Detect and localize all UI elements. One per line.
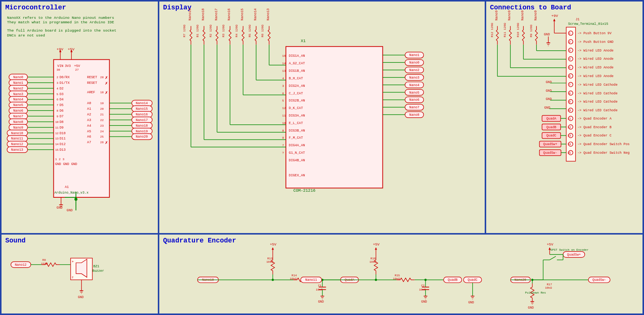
- svg-text:11: 11: [55, 126, 59, 129]
- quadrature-panel: Quadrature Encoder +5V R13 10kΩ Nano10 R…: [159, 234, 643, 314]
- svg-text:Nano4: Nano4: [409, 83, 419, 87]
- svg-text:AREF: AREF: [87, 91, 95, 94]
- svg-text:RESET: RESET: [87, 81, 97, 85]
- svg-text:-> Wired LED Anode: -> Wired LED Anode: [577, 57, 614, 61]
- svg-text:GND: GND: [528, 306, 534, 310]
- svg-marker-381: [375, 247, 377, 250]
- svg-text:Nano17: Nano17: [215, 8, 218, 20]
- svg-text:Nano16: Nano16: [227, 8, 231, 20]
- svg-text:Screw_Terminal_01x15: Screw_Terminal_01x15: [568, 22, 608, 26]
- svg-text:J1: J1: [576, 18, 580, 21]
- svg-text:A3: A3: [87, 118, 91, 122]
- svg-text:1: 1: [55, 158, 57, 161]
- svg-text:12: 12: [567, 126, 571, 129]
- svg-text:10kΩ: 10kΩ: [393, 277, 400, 280]
- svg-text:Nano8: Nano8: [13, 120, 23, 124]
- svg-text:2: 2: [57, 76, 59, 79]
- svg-text:Nano20: Nano20: [514, 278, 526, 282]
- svg-text:GND: GND: [546, 89, 552, 93]
- svg-text:30: 30: [57, 68, 60, 71]
- svg-text:23: 23: [100, 124, 104, 127]
- svg-text:Nano1: Nano1: [409, 54, 419, 58]
- svg-marker-240: [553, 19, 555, 21]
- svg-text:X1: X1: [301, 39, 306, 43]
- sound-panel: Sound Nano12 R8 150Ω 1 + 2: [1, 234, 159, 314]
- svg-text:D4: D4: [60, 98, 64, 101]
- svg-text:Nano5: Nano5: [409, 91, 419, 95]
- svg-text:A5: A5: [87, 130, 91, 133]
- svg-text:Nano19: Nano19: [136, 130, 148, 133]
- svg-text:Nano0: Nano0: [13, 76, 23, 79]
- svg-text:D9: D9: [60, 126, 64, 130]
- svg-text:4: 4: [57, 87, 59, 90]
- svg-text:D3: D3: [60, 92, 64, 96]
- svg-text:4: 4: [282, 77, 284, 80]
- svg-text:DIG2B_AN: DIG2B_AN: [289, 99, 305, 103]
- svg-text:G1_N_CAT: G1_N_CAT: [289, 151, 305, 155]
- svg-text:✗: ✗: [105, 76, 108, 80]
- svg-text:QuadA: QuadA: [345, 278, 355, 282]
- svg-text:RESET: RESET: [87, 76, 97, 79]
- svg-text:DIG2A_AN: DIG2A_AN: [289, 84, 305, 88]
- svg-text:Nano7: Nano7: [13, 115, 23, 118]
- svg-text:QuadB: QuadB: [546, 126, 556, 129]
- svg-text:A4: A4: [87, 124, 91, 128]
- svg-text:B1 120Ω: B1 120Ω: [196, 25, 199, 37]
- svg-text:3: 3: [282, 84, 284, 88]
- svg-text:D1/TX: D1/TX: [60, 81, 70, 85]
- svg-text:R6 120Ω: R6 120Ω: [261, 25, 264, 37]
- svg-text:Nano13: Nano13: [266, 8, 270, 20]
- svg-text:Nano16: Nano16: [136, 113, 148, 117]
- svg-text:Nano19: Nano19: [188, 8, 192, 20]
- svg-text:BZ1: BZ1: [94, 265, 100, 268]
- svg-text:12: 12: [282, 106, 286, 110]
- svg-text:Nano11: Nano11: [11, 137, 23, 141]
- svg-text:A_G2_CAT: A_G2_CAT: [289, 62, 305, 65]
- svg-text:D6: D6: [60, 109, 64, 113]
- svg-text:R7 120Ω: R7 120Ω: [183, 25, 186, 37]
- svg-text:Nano1: Nano1: [13, 81, 23, 85]
- svg-text:Nano6: Nano6: [13, 109, 23, 113]
- svg-text:A6: A6: [87, 135, 91, 139]
- svg-text:9: 9: [57, 115, 59, 118]
- svg-text:R8: R8: [42, 259, 46, 262]
- svg-text:24: 24: [100, 130, 104, 133]
- svg-text:-> Quad Encoder C: -> Quad Encoder C: [577, 134, 612, 138]
- svg-text:D8: D8: [60, 120, 64, 124]
- svg-text:+5V: +5V: [547, 242, 553, 247]
- svg-text:6: 6: [569, 74, 571, 78]
- svg-text:R3 120Ω: R3 120Ω: [222, 25, 225, 37]
- svg-text:Nano20: Nano20: [136, 135, 148, 139]
- svg-text:QuadSw-: QuadSw-: [543, 151, 557, 155]
- svg-text:7: 7: [282, 144, 284, 147]
- svg-text:13: 13: [55, 137, 59, 140]
- svg-text:R11 120Ω: R11 120Ω: [503, 23, 506, 37]
- svg-line-424: [550, 256, 556, 260]
- svg-text:Nano18: Nano18: [136, 124, 148, 128]
- svg-text:QuadB: QuadB: [448, 278, 458, 282]
- svg-text:GND: GND: [318, 300, 324, 304]
- svg-text:-> Quad Encoder A: -> Quad Encoder A: [577, 117, 612, 121]
- svg-text:DIG1A_AN: DIG1A_AN: [289, 54, 305, 58]
- svg-text:16: 16: [282, 54, 286, 58]
- svg-text:5: 5: [282, 99, 284, 102]
- svg-text:15: 15: [567, 151, 571, 154]
- svg-text:4: 4: [569, 57, 571, 61]
- svg-text:10kΩ: 10kΩ: [545, 286, 552, 289]
- svg-text:Nano9: Nano9: [534, 11, 538, 21]
- svg-text:19: 19: [100, 101, 104, 105]
- svg-text:3: 3: [57, 81, 59, 85]
- svg-text:Nano9: Nano9: [521, 11, 525, 21]
- svg-text:+: +: [72, 260, 74, 264]
- svg-text:DIG1B_AN: DIG1B_AN: [289, 69, 305, 73]
- svg-text:SPST Switch on Encoder: SPST Switch on Encoder: [550, 248, 589, 251]
- svg-text:DIGEX_AN: DIGEX_AN: [289, 174, 305, 177]
- svg-text:Pulldown Res: Pulldown Res: [525, 291, 546, 294]
- svg-text:Nano13: Nano13: [11, 148, 23, 152]
- svg-text:✗: ✗: [105, 82, 108, 86]
- svg-text:7: 7: [57, 103, 59, 107]
- svg-text:8: 8: [57, 109, 59, 112]
- svg-text:Nano12: Nano12: [11, 142, 23, 146]
- svg-text:2: 2: [72, 276, 74, 279]
- svg-text:R4 120Ω: R4 120Ω: [235, 25, 238, 37]
